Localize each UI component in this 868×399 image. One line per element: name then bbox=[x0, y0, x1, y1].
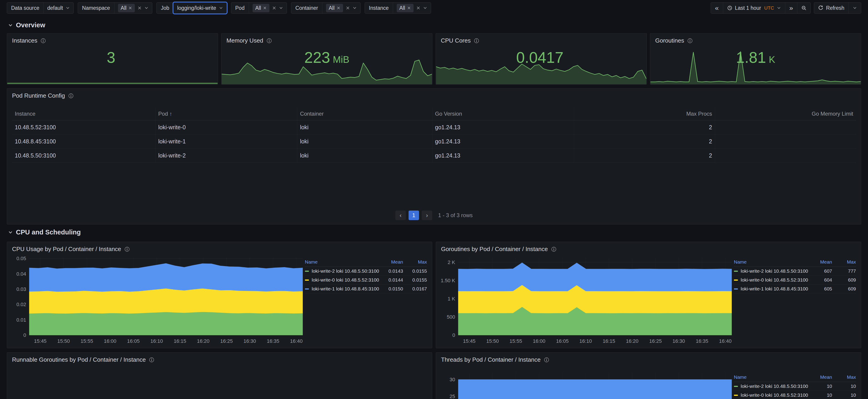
pagination-page-button[interactable]: 1 bbox=[408, 210, 419, 220]
legend-row: loki-write-2 loki 10.48.5.50:31000.01430… bbox=[305, 267, 427, 276]
legend-header-max[interactable]: Max bbox=[832, 374, 856, 380]
svg-text:15:45: 15:45 bbox=[34, 338, 46, 344]
close-icon[interactable] bbox=[137, 6, 142, 10]
table-cell: loki-write-2 bbox=[155, 149, 298, 163]
panel-title[interactable]: CPU Usage by Pod / Container / Instance bbox=[7, 242, 432, 254]
legend-series-name[interactable]: loki-write-2 loki 10.48.5.50:3100 bbox=[734, 268, 808, 274]
svg-text:16:25: 16:25 bbox=[649, 338, 662, 344]
section-cpu-scheduling[interactable]: CPU and Scheduling bbox=[8, 229, 81, 236]
panel-title[interactable]: Threads by Pod / Container / Instance bbox=[436, 352, 861, 365]
svg-text:0: 0 bbox=[23, 332, 26, 338]
svg-text:15:55: 15:55 bbox=[81, 338, 93, 344]
panel-title[interactable]: Runnable Goroutines by Pod / Container /… bbox=[7, 352, 432, 365]
filter-value-dropdown[interactable]: default bbox=[44, 2, 73, 13]
info-icon[interactable] bbox=[474, 38, 479, 44]
legend-series-name[interactable]: loki-write-1 loki 10.48.8.45:3100 bbox=[734, 286, 808, 291]
info-icon[interactable] bbox=[68, 93, 74, 98]
panel-title[interactable]: Memory Used bbox=[221, 33, 432, 46]
cpu-usage-legend: NameMeanMaxloki-write-2 loki 10.48.5.50:… bbox=[305, 257, 429, 345]
legend-header-max[interactable]: Max bbox=[832, 259, 856, 265]
legend-row: loki-write-2 loki 10.48.5.50:31001010 bbox=[734, 382, 856, 391]
column-header-instance[interactable]: Instance bbox=[12, 108, 155, 120]
legend-header-max[interactable]: Max bbox=[403, 259, 427, 265]
time-range-picker[interactable]: Last 1 hour UTC bbox=[723, 2, 785, 13]
info-icon[interactable] bbox=[687, 38, 693, 44]
info-icon[interactable] bbox=[40, 38, 46, 44]
filter-value-dropdown[interactable]: logging/loki-write bbox=[174, 2, 226, 13]
info-icon[interactable] bbox=[267, 38, 272, 44]
table-cell: go1.24.13 bbox=[432, 120, 574, 135]
legend-header-mean[interactable]: Mean bbox=[379, 259, 403, 265]
refresh-button[interactable]: Refresh bbox=[814, 2, 849, 13]
panel-title[interactable]: Goroutines bbox=[650, 33, 861, 46]
info-icon[interactable] bbox=[149, 357, 154, 363]
panel-title[interactable]: Instances bbox=[7, 33, 218, 46]
filter-value-chip[interactable]: All bbox=[118, 4, 135, 12]
dashboard-toolbar: Data sourcedefaultNamespaceAllJoblogging… bbox=[7, 2, 861, 13]
filter-value-chip[interactable]: All bbox=[397, 4, 414, 12]
close-icon[interactable] bbox=[337, 6, 340, 10]
close-icon[interactable] bbox=[272, 6, 276, 10]
cpu-usage-chart[interactable]: 15:4515:5015:5516:0016:0516:1016:1516:20… bbox=[9, 254, 305, 345]
close-icon[interactable] bbox=[416, 6, 421, 10]
legend-series-name[interactable]: loki-write-2 loki 10.48.5.50:3100 bbox=[305, 268, 379, 274]
legend-header-name[interactable]: Name bbox=[305, 259, 379, 265]
legend-series-name[interactable]: loki-write-1 loki 10.48.8.45:3100 bbox=[305, 286, 379, 291]
legend-max-value: 777 bbox=[832, 268, 856, 274]
info-icon[interactable] bbox=[124, 247, 130, 252]
clear-filter-icon[interactable] bbox=[137, 6, 142, 10]
legend-header-mean[interactable]: Mean bbox=[808, 259, 832, 265]
column-header-go-memory-limit[interactable]: Go Memory Limit bbox=[715, 108, 856, 120]
zoom-out-icon bbox=[801, 5, 806, 10]
legend-series-name[interactable]: loki-write-0 loki 10.48.5.52:3100 bbox=[305, 277, 379, 283]
column-header-container[interactable]: Container bbox=[298, 108, 432, 120]
goroutines-chart[interactable]: 15:4515:5015:5516:0016:0516:1016:1516:20… bbox=[438, 254, 734, 345]
info-icon[interactable] bbox=[551, 247, 557, 252]
filter-value-dropdown[interactable]: All bbox=[322, 2, 360, 13]
close-icon[interactable] bbox=[407, 6, 411, 10]
filter-value-dropdown[interactable]: All bbox=[393, 2, 431, 13]
refresh-icon bbox=[818, 5, 823, 10]
panel-title[interactable]: CPU Cores bbox=[436, 33, 647, 46]
legend-header-name[interactable]: Name bbox=[734, 259, 808, 265]
legend-series-name[interactable]: loki-write-2 loki 10.48.5.50:3100 bbox=[734, 383, 808, 389]
column-header-pod[interactable]: Pod ↑ bbox=[155, 108, 298, 120]
time-shift-forward-button[interactable]: » bbox=[785, 2, 798, 13]
info-icon[interactable] bbox=[544, 357, 549, 363]
filter-value-dropdown[interactable]: All bbox=[114, 2, 152, 13]
section-overview[interactable]: Overview bbox=[8, 21, 45, 29]
panel-title[interactable]: Goroutines by Pod / Container / Instance bbox=[436, 242, 861, 254]
column-header-go-version[interactable]: Go Version bbox=[432, 108, 574, 120]
clear-filter-icon[interactable] bbox=[416, 6, 421, 10]
legend-series-name[interactable]: loki-write-0 loki 10.48.5.52:3100 bbox=[734, 392, 808, 398]
panel-threads-chart: Threads by Pod / Container / Instance 15… bbox=[436, 352, 861, 399]
pagination-prev-button[interactable]: ‹ bbox=[395, 210, 406, 220]
close-icon[interactable] bbox=[346, 6, 350, 10]
legend-header-mean[interactable]: Mean bbox=[808, 374, 832, 380]
table-cell: 10.48.8.45:3100 bbox=[12, 135, 155, 149]
svg-text:16:40: 16:40 bbox=[290, 338, 303, 344]
legend-header-name[interactable]: Name bbox=[734, 374, 808, 380]
clear-filter-icon[interactable] bbox=[346, 6, 350, 10]
threads-chart[interactable]: 15:4515:5015:5516:0016:0516:1016:1516:20… bbox=[438, 369, 734, 399]
stat-value: 1.81K bbox=[650, 49, 861, 66]
panel-title[interactable]: Pod Runtime Config bbox=[7, 89, 861, 101]
legend-series-name[interactable]: loki-write-0 loki 10.48.5.52:3100 bbox=[734, 277, 808, 283]
table-pagination: ‹ 1 › 1 - 3 of 3 rows bbox=[7, 210, 861, 220]
table-cell bbox=[715, 149, 856, 163]
close-icon[interactable] bbox=[263, 6, 267, 10]
filter-value-chip[interactable]: All bbox=[253, 4, 270, 12]
refresh-interval-dropdown[interactable] bbox=[849, 2, 861, 13]
filter-pill-container: ContainerAll bbox=[291, 2, 360, 13]
clear-filter-icon[interactable] bbox=[272, 6, 276, 10]
zoom-out-time-button[interactable] bbox=[797, 2, 810, 13]
column-header-max-procs[interactable]: Max Procs bbox=[574, 108, 715, 120]
close-icon[interactable] bbox=[128, 6, 132, 10]
time-shift-back-button[interactable]: « bbox=[711, 2, 723, 13]
svg-text:16:15: 16:15 bbox=[603, 338, 615, 344]
pagination-next-button[interactable]: › bbox=[422, 210, 432, 220]
series-color-marker bbox=[734, 270, 738, 272]
section-overview-label: Overview bbox=[16, 21, 45, 29]
filter-value-chip[interactable]: All bbox=[326, 4, 343, 12]
filter-value-dropdown[interactable]: All bbox=[249, 2, 287, 13]
